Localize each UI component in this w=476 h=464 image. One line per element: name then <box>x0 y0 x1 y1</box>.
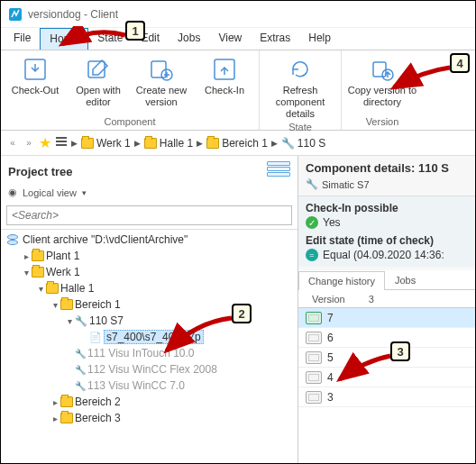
tab-jobs[interactable]: Jobs <box>385 270 426 289</box>
tree-archive-root[interactable]: Client archive "D:\vdClientArchive" <box>5 232 294 248</box>
checkin-value: Yes <box>323 216 341 229</box>
collapse-icon[interactable]: ▾ <box>35 284 46 294</box>
search-input[interactable] <box>6 205 292 225</box>
tab-change-history[interactable]: Change history <box>298 271 385 290</box>
version-row[interactable]: 3 <box>298 387 475 407</box>
project-tree-pane: Project tree ◉ Logical view ▾ Client arc… <box>1 156 298 463</box>
menu-view[interactable]: View <box>209 28 251 50</box>
nav-fwd-icon[interactable]: » <box>23 137 35 150</box>
breadcrumb-device[interactable]: 🔧110 S <box>281 137 325 150</box>
project-tree-title: Project tree <box>8 165 73 178</box>
refresh-details-label: Refresh component details <box>265 85 335 121</box>
menu-file[interactable]: File <box>5 28 40 50</box>
breadcrumb-werk[interactable]: Werk 1 <box>81 137 131 150</box>
chevron-right-icon: ▶ <box>271 139 278 148</box>
tree-112[interactable]: 🔧112 Visu WinCC Flex 2008 <box>5 361 294 378</box>
chevron-down-icon: ▾ <box>82 188 87 197</box>
favorite-icon[interactable]: ★ <box>39 134 51 151</box>
component-type: Simatic S7 <box>322 179 370 190</box>
create-version-button[interactable]: Create new version <box>133 54 190 108</box>
arrow-4 <box>390 62 453 95</box>
arrow-1 <box>57 26 127 53</box>
folder-icon <box>46 283 59 294</box>
details-pane: Component details: 110 S 🔧 Simatic S7 Ch… <box>298 156 475 463</box>
device-icon: 🔧 <box>75 365 86 375</box>
app-icon <box>8 7 23 22</box>
tree-bereich2[interactable]: ▸Bereich 2 <box>5 394 294 410</box>
folder-icon <box>60 396 73 407</box>
tree-label: Client archive "D:\vdClientArchive" <box>23 233 188 246</box>
tree-113[interactable]: 🔧113 Visu WinCC 7.0 <box>5 378 294 394</box>
collapse-icon[interactable]: ▾ <box>50 300 60 310</box>
breadcrumb-halle[interactable]: Halle 1 <box>144 137 193 150</box>
svg-rect-6 <box>373 62 386 77</box>
version-number: 5 <box>327 351 334 364</box>
device-icon: 🔧 <box>75 381 86 391</box>
breadcrumb-bereich[interactable]: Bereich 1 <box>206 137 268 150</box>
tree-label: Plant 1 <box>46 250 79 262</box>
tree-111[interactable]: 🔧111 Visu InTouch 10.0 <box>5 345 294 361</box>
chevron-right-icon: ▶ <box>71 139 78 148</box>
tree-werk1[interactable]: ▾Werk 1 <box>5 264 294 280</box>
nav-back-icon[interactable]: « <box>6 137 19 150</box>
callout-2: 2 <box>232 304 252 323</box>
view-mode-row[interactable]: ◉ Logical view ▾ <box>1 187 298 204</box>
version-icon <box>306 332 322 344</box>
project-tree-header: Project tree <box>1 156 298 187</box>
check-out-button[interactable]: Check-Out <box>6 54 64 96</box>
menu-jobs[interactable]: Jobs <box>169 28 209 50</box>
version-icon <box>306 351 322 364</box>
check-in-icon <box>211 56 238 83</box>
archive-icon <box>6 234 19 245</box>
refresh-icon <box>287 56 314 83</box>
tree-label: Bereich 1 <box>75 298 121 311</box>
check-icon: ✓ <box>306 216 318 229</box>
checkin-block: Check-In possible ✓ Yes Edit state (time… <box>298 196 475 267</box>
editstate-row: = Equal (04.09.2020 14:36: <box>306 249 468 261</box>
tree-110s7-file[interactable]: 📄s7_400\s7_400.s7p <box>5 329 294 345</box>
ribbon-group-component: Check-Out Open with editor Create new ve… <box>1 50 260 130</box>
list-icon[interactable] <box>55 135 68 150</box>
tree-plant1[interactable]: ▸Plant 1 <box>5 248 294 264</box>
chevron-right-icon: ▶ <box>197 139 203 148</box>
expand-icon[interactable]: ▸ <box>50 397 60 407</box>
pencil-icon <box>85 56 112 83</box>
collapse-icon[interactable]: ▾ <box>21 268 32 277</box>
ribbon-group-state-label: State <box>288 121 312 133</box>
ribbon-group-version-label: Version <box>366 115 399 128</box>
collapse-icon[interactable]: ▾ <box>64 316 75 326</box>
tree-bereich3[interactable]: ▸Bereich 3 <box>5 410 294 426</box>
folder-icon <box>144 138 157 149</box>
menu-extras[interactable]: Extras <box>251 28 299 50</box>
tree-label: 113 Visu WinCC 7.0 <box>87 379 185 392</box>
details-title: Component details: 110 S <box>306 161 468 175</box>
search-box <box>6 205 292 225</box>
version-icon <box>306 391 322 404</box>
svg-rect-8 <box>56 137 67 139</box>
expand-icon[interactable]: ▸ <box>50 414 60 423</box>
version-header-row: Version 3 <box>298 290 475 308</box>
version-row[interactable]: 7 <box>298 308 475 328</box>
svg-rect-3 <box>151 61 166 77</box>
folder-icon <box>32 250 44 261</box>
menu-help[interactable]: Help <box>299 28 340 50</box>
check-out-icon <box>22 56 49 83</box>
device-icon: 🔧 <box>281 137 295 150</box>
file-icon: 📄 <box>89 332 102 343</box>
tree-halle1[interactable]: ▾Halle 1 <box>5 280 294 296</box>
version-row[interactable]: 6 <box>298 328 475 348</box>
expand-icon[interactable]: ▸ <box>21 251 32 261</box>
device-icon: 🔧 <box>75 349 86 359</box>
create-version-label: Create new version <box>133 85 190 108</box>
ribbon-group-component-label: Component <box>105 115 156 128</box>
version-number: 3 <box>327 391 334 404</box>
folder-icon <box>60 299 73 310</box>
server-icon[interactable] <box>267 161 290 181</box>
tree-label: Werk 1 <box>46 266 80 278</box>
create-version-icon <box>148 56 175 83</box>
check-in-button[interactable]: Check-In <box>196 54 253 96</box>
column-version[interactable]: Version <box>298 290 359 307</box>
title-bar: versiondog - Client <box>1 1 475 28</box>
open-editor-button[interactable]: Open with editor <box>69 54 127 108</box>
refresh-details-button[interactable]: Refresh component details <box>265 54 335 121</box>
